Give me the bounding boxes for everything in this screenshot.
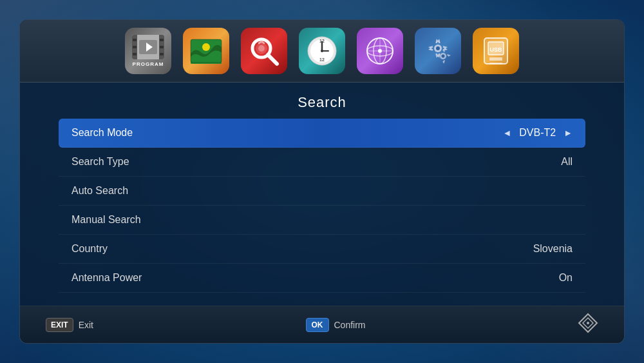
svg-text:USB: USB (489, 46, 502, 53)
settings-row-manual-search[interactable]: Manual Search (59, 206, 585, 235)
exit-button[interactable]: EXIT Exit (46, 318, 93, 332)
exit-label: Exit (79, 320, 93, 330)
svg-point-22 (436, 46, 440, 50)
app-icon-network[interactable] (357, 28, 403, 74)
ok-button[interactable]: OK Confirm (306, 318, 366, 332)
app-icon-program[interactable]: PROGRAM (125, 28, 171, 74)
manual-search-label: Manual Search (71, 214, 141, 226)
svg-text:12: 12 (319, 39, 325, 43)
settings-row-search-mode[interactable]: Search Mode ◄ DVB-T2 ► (59, 119, 585, 148)
ok-badge: OK (306, 318, 329, 332)
settings-row-auto-search[interactable]: Auto Search (59, 177, 585, 206)
svg-point-1 (202, 43, 210, 51)
bottom-bar: EXIT Exit OK Confirm (20, 306, 624, 343)
search-type-label: Search Type (71, 156, 129, 168)
app-icon-search[interactable] (241, 28, 287, 74)
svg-point-32 (587, 322, 589, 324)
main-container: PROGRAM (19, 19, 625, 344)
app-icon-usb[interactable]: USB (473, 28, 519, 74)
search-mode-value: ◄ DVB-T2 ► (502, 127, 573, 139)
settings-row-search-type[interactable]: Search Type All (59, 148, 585, 177)
svg-point-24 (442, 55, 445, 58)
nav-diamond-icon (578, 313, 598, 337)
svg-line-5 (268, 55, 277, 64)
antenna-power-label: Antenna Power (71, 272, 142, 284)
svg-rect-29 (489, 63, 502, 64)
content-area: Search Search Mode ◄ DVB-T2 ► Search Typ… (20, 83, 624, 306)
app-bar: PROGRAM (20, 20, 624, 83)
search-mode-val: DVB-T2 (519, 127, 556, 139)
ok-label: Confirm (334, 320, 366, 330)
search-type-val: All (561, 156, 573, 168)
country-label: Country (71, 243, 108, 255)
auto-search-label: Auto Search (71, 185, 128, 197)
svg-rect-28 (489, 57, 502, 61)
app-icon-clock[interactable]: 12 12 (299, 28, 345, 74)
svg-point-6 (258, 45, 265, 52)
app-icon-settings[interactable] (415, 28, 461, 74)
svg-point-12 (321, 50, 323, 52)
country-val: Slovenia (533, 243, 573, 255)
arrow-left-icon[interactable]: ◄ (502, 128, 511, 138)
svg-text:12: 12 (319, 57, 325, 62)
search-mode-label: Search Mode (71, 127, 133, 139)
app-icon-photo[interactable] (183, 28, 229, 74)
nav-button[interactable] (578, 313, 598, 337)
settings-row-antenna-power[interactable]: Antenna Power On (59, 264, 585, 293)
arrow-right-icon[interactable]: ► (564, 128, 573, 138)
exit-badge: EXIT (46, 318, 73, 332)
antenna-power-value: On (559, 272, 573, 284)
search-type-value: All (561, 156, 573, 168)
settings-list: Search Mode ◄ DVB-T2 ► Search Type All A… (20, 119, 624, 306)
country-value: Slovenia (533, 243, 573, 255)
panel-title: Search (20, 83, 624, 119)
settings-row-country[interactable]: Country Slovenia (59, 235, 585, 264)
antenna-power-val: On (559, 272, 573, 284)
svg-point-20 (378, 49, 382, 53)
